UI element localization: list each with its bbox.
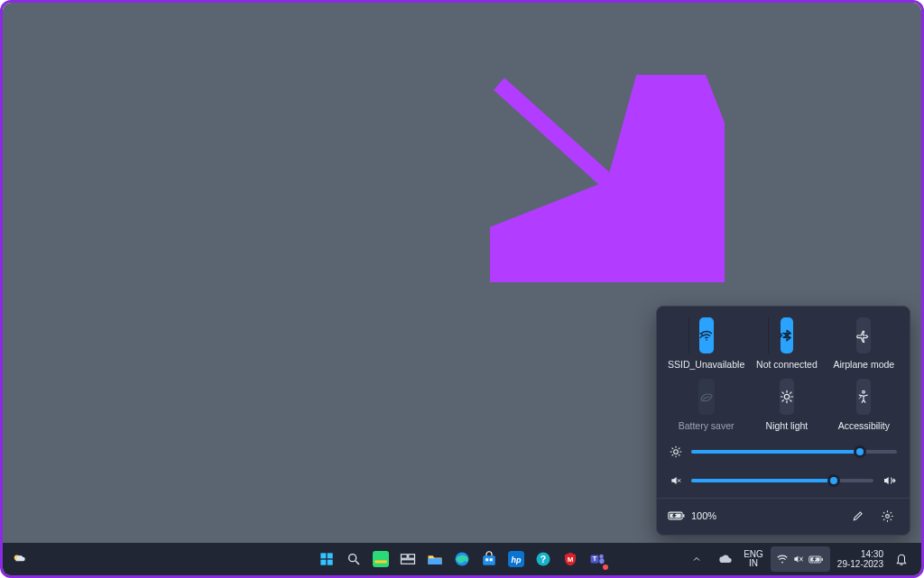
- svg-text:?: ?: [541, 554, 546, 564]
- start-button[interactable]: [316, 548, 337, 570]
- svg-rect-28: [320, 553, 326, 558]
- weather-widget[interactable]: [8, 548, 30, 570]
- wifi-icon: [776, 554, 789, 564]
- weather-icon: [11, 551, 27, 567]
- chevron-up-icon: [691, 554, 702, 564]
- night-light-tile[interactable]: [780, 379, 794, 415]
- volume-row: [670, 474, 897, 487]
- screenshot-frame: SSID_Unavailable Not connected Airplane …: [0, 0, 924, 578]
- wifi-expand-button[interactable]: [688, 317, 714, 353]
- svg-point-2: [784, 394, 789, 399]
- wifi-tile[interactable]: [699, 317, 714, 353]
- search-button[interactable]: [343, 548, 365, 570]
- battery-icon[interactable]: [668, 510, 686, 521]
- clock[interactable]: 14:30 29-12-2023: [837, 549, 883, 569]
- accessibility-expand-button[interactable]: [856, 393, 864, 400]
- gear-icon: [881, 509, 894, 523]
- language-indicator[interactable]: ENG IN: [744, 550, 763, 568]
- svg-line-19: [672, 454, 673, 455]
- hp-icon: hp: [508, 551, 524, 567]
- brightness-slider[interactable]: [691, 450, 897, 454]
- tray-overflow-button[interactable]: [686, 548, 707, 570]
- accessibility-label: Accessibility: [838, 420, 890, 433]
- taskview-icon: [400, 553, 416, 565]
- svg-line-33: [356, 561, 359, 564]
- airplane-label: Airplane mode: [833, 359, 894, 372]
- audio-output-button[interactable]: [882, 475, 897, 486]
- settings-button[interactable]: [875, 504, 899, 528]
- svg-point-51: [599, 555, 604, 559]
- svg-rect-31: [328, 560, 333, 565]
- taskbar-app-taskview[interactable]: [397, 548, 419, 570]
- brightness-thumb[interactable]: [854, 445, 866, 458]
- folder-icon: [427, 552, 443, 566]
- shield-icon: M: [563, 551, 578, 567]
- taskbar-app-help[interactable]: ?: [532, 548, 554, 570]
- volume-mute-icon[interactable]: [670, 474, 682, 487]
- sun-icon: [780, 390, 794, 404]
- leaf-icon: [698, 390, 715, 403]
- airplane-tile[interactable]: [856, 317, 871, 353]
- bell-icon: [895, 552, 908, 566]
- svg-text:M: M: [568, 555, 574, 564]
- svg-point-26: [885, 514, 889, 518]
- svg-rect-42: [485, 558, 488, 561]
- volume-slider[interactable]: [691, 479, 873, 482]
- bluetooth-label: Not connected: [756, 359, 818, 372]
- notification-badge: [601, 563, 610, 572]
- battery-saver-label: Battery saver: [679, 420, 735, 433]
- night-light-label: Night light: [766, 420, 808, 433]
- taskbar-app-teams[interactable]: T: [587, 548, 608, 570]
- svg-point-12: [674, 450, 679, 454]
- svg-text:T: T: [593, 555, 597, 563]
- svg-line-17: [672, 448, 673, 449]
- cloud-icon: [718, 554, 733, 564]
- svg-rect-41: [483, 555, 495, 565]
- taskbar-app-mcafee[interactable]: M: [559, 548, 581, 570]
- brightness-row: [670, 445, 897, 458]
- battery-text: 100%: [691, 510, 716, 521]
- wifi-label: SSID_Unavailable: [668, 359, 744, 372]
- svg-rect-35: [374, 561, 387, 564]
- battery-icon: [808, 555, 825, 564]
- battery-saver-tile: [698, 379, 715, 415]
- bluetooth-tile[interactable]: [781, 317, 793, 353]
- panel-divider: [657, 498, 910, 499]
- edit-quick-settings-button[interactable]: [846, 504, 870, 528]
- volume-thumb[interactable]: [827, 474, 840, 487]
- system-tray-network-sound-battery[interactable]: [771, 546, 830, 572]
- quick-settings-tiles: SSID_Unavailable Not connected Airplane …: [668, 317, 899, 433]
- taskbar-app-explorer[interactable]: [424, 548, 446, 570]
- notifications-button[interactable]: [891, 548, 912, 570]
- svg-line-20: [679, 448, 679, 449]
- taskbar-app-hp[interactable]: hp: [505, 548, 527, 570]
- windows-icon: [319, 552, 334, 566]
- chevron-right-icon: [856, 393, 864, 400]
- svg-rect-39: [429, 558, 442, 564]
- brightness-icon: [670, 445, 682, 458]
- svg-rect-36: [402, 555, 408, 559]
- taskbar-app-pycharm[interactable]: [370, 548, 392, 570]
- volume-mute-icon: [792, 554, 805, 564]
- svg-rect-38: [402, 560, 415, 564]
- svg-point-53: [781, 562, 783, 564]
- bluetooth-expand-button[interactable]: [768, 317, 793, 353]
- svg-rect-43: [490, 558, 493, 561]
- svg-point-32: [349, 555, 356, 562]
- search-icon: [346, 552, 361, 566]
- accessibility-tile[interactable]: [856, 379, 871, 415]
- chevron-right-icon: [697, 331, 706, 340]
- tray-onedrive[interactable]: [715, 548, 736, 570]
- svg-rect-34: [373, 551, 389, 567]
- edge-icon: [454, 551, 470, 567]
- quick-settings-panel: SSID_Unavailable Not connected Airplane …: [656, 306, 910, 536]
- taskbar-app-store[interactable]: [478, 548, 500, 570]
- pencil-icon: [852, 509, 864, 522]
- svg-rect-57: [821, 558, 822, 561]
- volume-fill: [691, 479, 834, 482]
- svg-line-18: [679, 454, 679, 455]
- taskbar-app-edge[interactable]: [451, 548, 473, 570]
- taskbar: hp ? M T ENG IN: [3, 543, 921, 575]
- svg-line-10: [790, 392, 791, 393]
- brightness-fill: [691, 450, 860, 454]
